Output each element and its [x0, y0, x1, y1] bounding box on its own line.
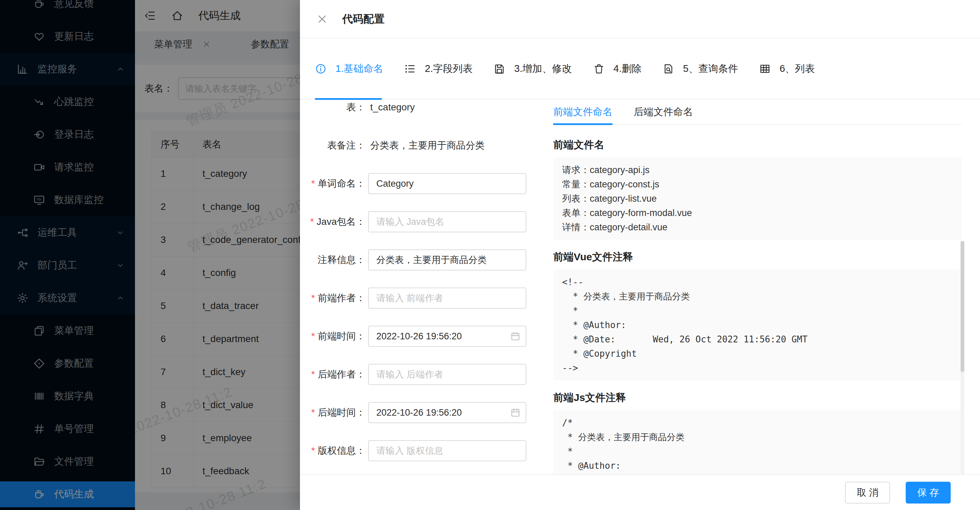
config-tab-label: 6、列表	[780, 62, 815, 76]
required-mark: *	[311, 331, 315, 342]
field-label: *Java包名：	[300, 215, 366, 228]
config-step-tabs: 1.基础命名2.字段列表3.增加、修改4.删除5、查询条件6、列表	[300, 38, 980, 100]
config-tab-1.基础命名[interactable]: 1.基础命名	[315, 62, 383, 76]
config-tab-3.增加、修改[interactable]: 3.增加、修改	[493, 62, 572, 76]
save-icon	[493, 63, 505, 75]
form-field: 注释信息：	[300, 241, 546, 279]
line: 常量：category-const.js	[562, 177, 953, 191]
preview-tab-前端文件命名[interactable]: 前端文件命名	[553, 100, 612, 124]
line: 详情：category-detail.vue	[562, 220, 953, 234]
info-circle-icon	[315, 63, 326, 75]
line: 请求：category-api.js	[562, 163, 953, 177]
drawer-title: 代码配置	[342, 12, 385, 26]
save-button[interactable]: 保 存	[906, 482, 951, 504]
preview-tab-后端文件命名[interactable]: 后端文件命名	[634, 100, 693, 124]
code-block: /* * 分类表，主要用于商品分类 * * @Author:	[553, 410, 962, 474]
input-注释信息：[interactable]	[368, 249, 526, 270]
line: *	[562, 444, 953, 459]
calendar-icon[interactable]	[510, 331, 521, 342]
config-tab-label: 3.增加、修改	[514, 62, 572, 76]
line: -->	[562, 361, 953, 375]
section-heading: 前端Vue文件注释	[553, 250, 962, 264]
form-field: *前端作者：	[300, 279, 546, 317]
config-tab-label: 5、查询条件	[683, 62, 738, 76]
list-icon	[404, 63, 416, 75]
form-field: *单词命名：	[300, 165, 546, 203]
line: * @Copyright	[562, 346, 953, 361]
trash-icon	[593, 63, 605, 75]
config-tab-5、查询条件[interactable]: 5、查询条件	[663, 62, 738, 76]
screen: 意见反馈更新日志监控服务心跳监控登录日志请求监控SQL数据库监控运维工具部门员工…	[0, 0, 980, 510]
date-picker-后端时间：[interactable]	[368, 402, 526, 423]
required-mark: *	[311, 445, 315, 456]
form-field: *版权信息：	[300, 432, 546, 470]
config-tab-6、列表[interactable]: 6、列表	[759, 62, 815, 76]
code-config-drawer: 代码配置 1.基础命名2.字段列表3.增加、修改4.删除5、查询条件6、列表 表…	[300, 0, 980, 510]
close-icon[interactable]	[316, 13, 328, 25]
line: * @Date: Wed, 26 Oct 2022 11:56:20 GMT	[562, 332, 953, 346]
input-Java包名：[interactable]	[368, 211, 526, 232]
naming-form: 表：t_category表备注：分类表，主要用于商品分类*单词命名：*Java包…	[300, 100, 546, 470]
form-field: *后端时间：	[300, 394, 546, 432]
static-field: 表：t_category	[300, 100, 546, 126]
required-mark: *	[311, 178, 315, 189]
required-mark: *	[311, 292, 315, 303]
code-block: <!-- * 分类表，主要用于商品分类 * * @Author: * @Date…	[553, 270, 962, 381]
file-search-icon	[663, 63, 674, 75]
drawer-footer: 取 消 保 存	[300, 474, 980, 510]
static-field: 表备注：分类表，主要用于商品分类	[300, 126, 546, 165]
required-mark: *	[311, 369, 315, 380]
drawer-body: 表：t_category表备注：分类表，主要用于商品分类*单词命名：*Java包…	[300, 100, 980, 474]
input-后端作者：[interactable]	[368, 364, 526, 385]
field-label: 注释信息：	[300, 253, 366, 267]
required-mark: *	[310, 216, 314, 227]
config-tab-label: 1.基础命名	[336, 62, 383, 76]
field-label: *前端时间：	[300, 330, 366, 343]
form-field: *Java包名：	[300, 203, 546, 241]
field-label: *后端作者：	[300, 368, 366, 381]
line: 表单：category-form-modal.vue	[562, 206, 953, 220]
date-picker-前端时间：[interactable]	[368, 326, 526, 347]
field-label: *单词命名：	[300, 177, 366, 190]
field-label: *前端作者：	[300, 292, 366, 305]
form-field: *后端作者：	[300, 355, 546, 394]
field-value: 分类表，主要用于商品分类	[370, 139, 485, 152]
line: * @Author:	[562, 318, 953, 332]
input-前端作者：[interactable]	[368, 288, 526, 309]
config-tab-4.删除[interactable]: 4.删除	[593, 62, 641, 76]
line: *	[562, 303, 953, 318]
section-heading: 前端Js文件注释	[553, 391, 962, 405]
drawer-header: 代码配置	[300, 0, 980, 38]
cancel-button[interactable]: 取 消	[845, 482, 890, 504]
config-tab-label: 2.字段列表	[425, 62, 473, 76]
field-label: 表：	[300, 101, 366, 114]
line: * 分类表，主要用于商品分类	[562, 430, 953, 444]
config-tab-label: 4.删除	[614, 62, 641, 76]
scrollbar-track[interactable]	[961, 241, 964, 474]
form-field: *前端时间：	[300, 317, 546, 355]
scrollbar-thumb[interactable]	[961, 241, 964, 372]
config-tab-2.字段列表[interactable]: 2.字段列表	[404, 62, 473, 76]
calendar-icon[interactable]	[510, 407, 521, 418]
field-value: t_category	[370, 102, 415, 113]
line: * 分类表，主要用于商品分类	[562, 289, 953, 303]
line: /*	[562, 416, 953, 430]
input-版权信息：[interactable]	[368, 440, 526, 461]
line: 列表：category-list.vue	[562, 191, 953, 206]
input-单词命名：[interactable]	[368, 173, 526, 194]
line: * @Author:	[562, 459, 953, 473]
section-heading: 前端文件名	[553, 138, 962, 152]
file-name-list: 请求：category-api.js常量：category-const.js列表…	[553, 157, 962, 240]
file-naming-preview: 前端文件命名后端文件命名 前端文件名请求：category-api.js常量：c…	[553, 100, 962, 474]
modal-overlay[interactable]	[0, 0, 300, 510]
table-icon	[759, 63, 771, 75]
field-label: *版权信息：	[300, 444, 366, 457]
field-label: 表备注：	[300, 139, 366, 152]
field-label: *后端时间：	[300, 406, 366, 419]
line: <!--	[562, 275, 953, 289]
preview-tabs: 前端文件命名后端文件命名	[553, 100, 962, 125]
required-mark: *	[311, 407, 315, 418]
